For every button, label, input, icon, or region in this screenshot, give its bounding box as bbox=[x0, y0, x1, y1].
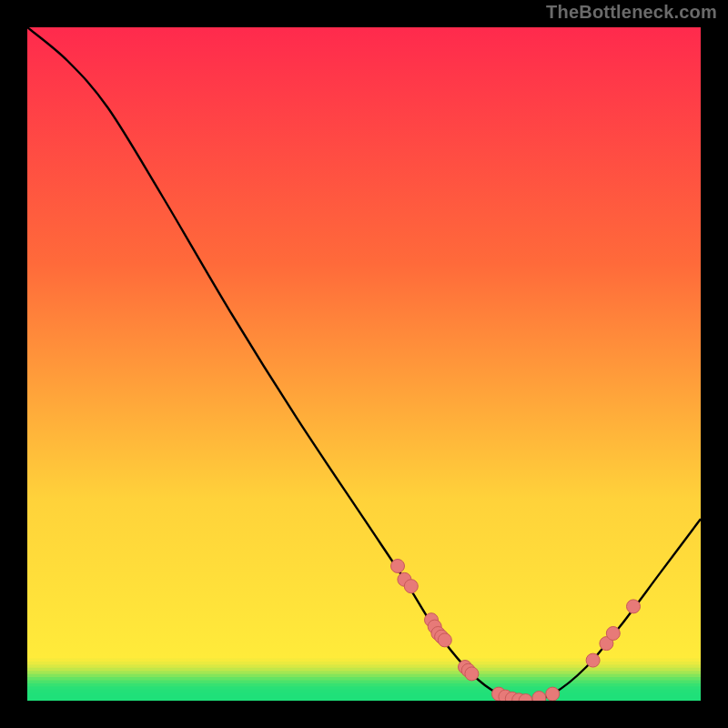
green-band-layer bbox=[27, 699, 701, 701]
curve-marker bbox=[438, 633, 451, 647]
curve-marker bbox=[391, 560, 405, 573]
curve-marker bbox=[606, 627, 620, 641]
plot-area bbox=[27, 27, 701, 701]
gradient-bg bbox=[27, 27, 701, 701]
curve-marker bbox=[586, 653, 600, 667]
curve-marker bbox=[627, 600, 641, 613]
curve-marker bbox=[532, 692, 546, 701]
chart-svg bbox=[27, 27, 701, 701]
chart-stage: TheBottleneck.com bbox=[0, 0, 728, 728]
curve-marker bbox=[404, 580, 418, 593]
curve-marker bbox=[465, 667, 479, 681]
attribution-text: TheBottleneck.com bbox=[546, 2, 717, 23]
curve-marker bbox=[546, 687, 560, 701]
